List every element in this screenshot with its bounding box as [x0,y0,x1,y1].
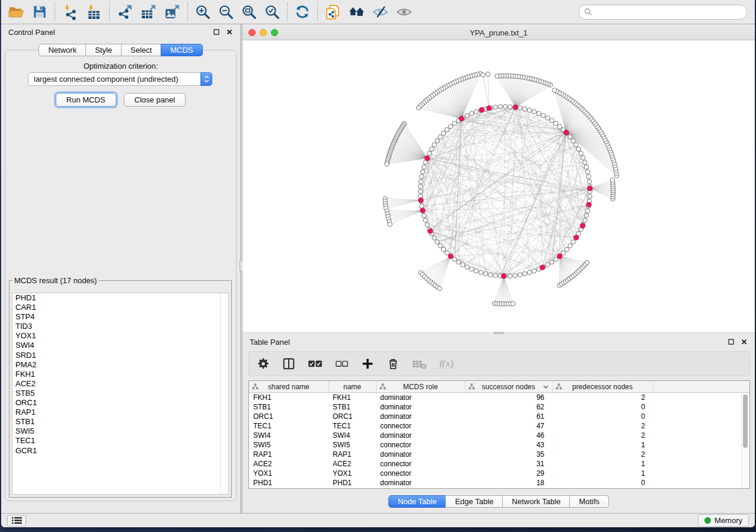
zoom-in-button[interactable] [194,3,212,21]
zoom-selected-button[interactable] [263,3,281,21]
column-header-successor-nodes[interactable]: successor nodes [465,381,552,393]
table-settings-button[interactable] [254,355,272,372]
run-mcds-button[interactable]: Run MCDS [56,93,116,107]
home-button[interactable] [347,3,366,21]
cell-filler [653,450,749,459]
cell: PHD1 [249,478,328,488]
mcds-result-item[interactable]: GCR1 [12,446,228,456]
mcds-result-item[interactable]: ACE2 [12,379,228,389]
mcds-result-item[interactable]: STB5 [12,389,228,398]
mcds-result-item[interactable]: YOX1 [12,331,228,341]
optimization-criterion-dropdown[interactable]: largest connected component (undirected) [28,72,212,86]
cell: TEC1 [249,421,328,431]
cell-filler [653,440,749,450]
cell: SWI4 [249,431,328,440]
network-canvas[interactable] [243,40,755,332]
attribute-icon [556,383,562,390]
mcds-list-scrollbar[interactable] [220,293,228,494]
column-header-predecessor-nodes[interactable]: predecessor nodes [552,381,653,393]
mcds-result-item[interactable]: SWI4 [12,341,228,350]
mcds-result-item[interactable]: ORC1 [12,398,228,408]
table-row[interactable]: RAP1RAP1dominator352 [249,450,749,459]
tab-network[interactable]: Network [39,44,86,56]
column-header-name[interactable]: name [328,381,376,393]
import-network-button[interactable] [61,3,79,21]
float-table-panel-button[interactable] [728,338,735,345]
zoom-fit-button[interactable] [240,3,258,21]
mcds-result-item[interactable]: SRD1 [12,351,228,360]
cell: connector [376,469,465,478]
task-history-button[interactable] [7,515,26,527]
float-panel-button[interactable] [213,28,220,36]
close-table-panel-button[interactable] [741,338,748,345]
close-panel-button[interactable] [226,28,233,36]
close-window-icon[interactable] [248,29,256,36]
select-all-button[interactable] [305,357,325,371]
maximize-window-icon[interactable] [271,29,278,36]
mcds-result-item[interactable]: SWI5 [12,427,228,436]
copy-network-button[interactable] [324,3,342,21]
table-row[interactable]: SWI5SWI5connector431 [249,440,749,450]
function-builder-icon: f(x) [439,358,454,370]
import-table-button[interactable] [85,3,103,21]
mcds-result-item[interactable]: STP4 [12,312,228,322]
save-session-button[interactable] [31,3,49,21]
deselect-all-button[interactable] [333,358,351,370]
hide-details-button[interactable] [371,3,390,21]
export-network-button[interactable] [116,3,134,21]
close-panel-button-mcds[interactable]: Close panel [124,93,186,107]
tab-style[interactable]: Style [85,44,122,56]
table-tabbar: Node TableEdge TableNetwork TableMotifs [243,495,755,508]
attribute-icon [379,383,386,390]
export-image-button[interactable] [163,3,181,21]
tab-edge-table[interactable]: Edge Table [445,495,503,508]
network-graph[interactable] [243,40,755,332]
cell: ORC1 [328,412,376,421]
mcds-result-item[interactable]: PMA2 [12,360,228,370]
mcds-result-item[interactable]: TID3 [12,322,228,331]
table-scrollbar-thumb[interactable] [743,395,748,448]
import-table-icon [86,4,102,20]
table-row[interactable]: TEC1TEC1connector472 [249,421,749,431]
zoom-out-button[interactable] [217,3,235,21]
delete-table-icon [412,358,427,370]
export-table-button[interactable] [139,3,158,21]
open-file-button[interactable] [7,4,25,21]
table-row[interactable]: FKH1FKH1dominator962 [249,393,749,403]
show-columns-button[interactable] [280,355,298,372]
table-row[interactable]: STB1STB1dominator620 [249,402,749,412]
show-details-button[interactable] [395,3,413,21]
tab-node-table[interactable]: Node Table [388,495,446,508]
minimize-window-icon[interactable] [260,29,267,36]
tab-mcds[interactable]: MCDS [161,44,202,56]
export-table-icon [141,4,157,20]
table-scrollbar[interactable] [741,393,749,488]
search-input[interactable] [595,5,747,19]
mcds-result-item[interactable]: FKH1 [12,370,228,379]
memory-button[interactable]: Memory [698,514,749,527]
cell: SWI5 [249,440,328,450]
toolbar-group [287,2,317,21]
toolbar-group [55,2,109,21]
mcds-result-item[interactable]: TEC1 [12,436,228,446]
table-row[interactable]: ORC1ORC1dominator610 [249,412,749,421]
table-row[interactable]: ACE2ACE2connector311 [249,459,749,469]
delete-entry-button[interactable] [384,355,402,372]
table-row[interactable]: SWI4SWI4dominator462 [249,431,749,440]
mcds-result-item[interactable]: CAR1 [12,303,228,312]
mcds-result-item[interactable]: PHD1 [12,293,228,303]
mcds-result-item[interactable]: STB1 [12,417,228,427]
table-row[interactable]: PHD1PHD1dominator180 [249,478,749,488]
tab-motifs[interactable]: Motifs [569,495,609,508]
tab-network-table[interactable]: Network Table [502,495,570,508]
column-header-MCDS-role[interactable]: MCDS role [376,381,465,393]
memory-label: Memory [714,516,742,525]
tab-select[interactable]: Select [121,44,161,56]
mcds-result-item[interactable]: RAP1 [12,408,228,417]
add-entry-button[interactable] [359,355,377,372]
refresh-button[interactable] [294,3,311,21]
cell: dominator [376,478,465,488]
column-header-shared-name[interactable]: shared name [249,381,328,393]
table-row[interactable]: YOX1YOX1connector291 [249,469,749,478]
table-panel-header: Table Panel [243,334,755,350]
